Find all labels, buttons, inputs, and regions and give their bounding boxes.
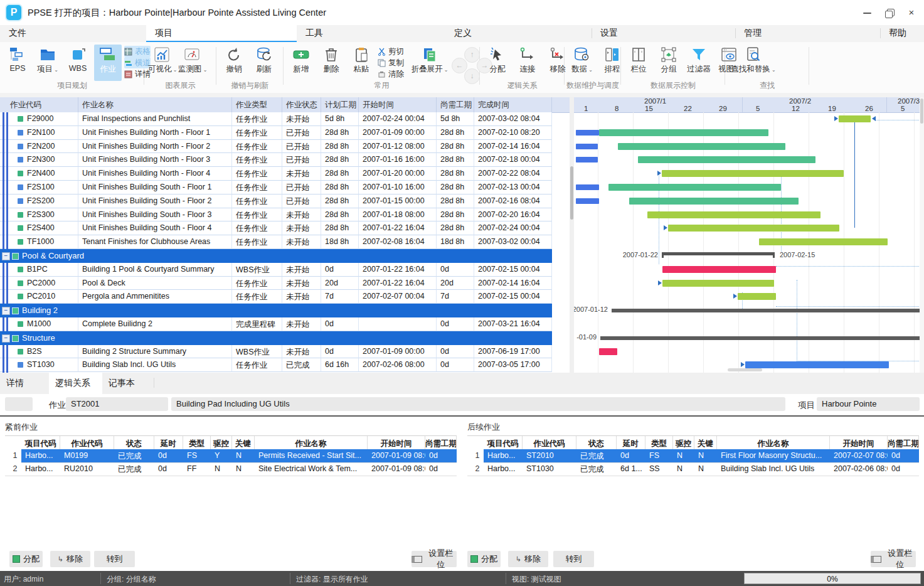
cell-开始时间[interactable]: 2007-01-22 16:04 (359, 277, 437, 290)
table-row[interactable]: M1000Complete Builidng 2完成里程碑未开始0d0d2007… (0, 317, 552, 331)
gantt-bar[interactable] (629, 198, 799, 205)
table-row[interactable]: F2N300Unit Finishes Building North - Flo… (0, 153, 552, 167)
cell-尚需工期[interactable]: 0d (437, 263, 474, 277)
cell-作业名称[interactable]: Building 2 Structure Summary (78, 345, 232, 359)
cell-作业名称[interactable]: Final Inspections and Punchlist (78, 112, 232, 126)
set-columns-left-button[interactable]: 设置栏位 (412, 551, 457, 567)
cell-作业类型[interactable]: 任务作业 (232, 112, 282, 126)
cell-延时[interactable]: 6d 1... (617, 462, 645, 476)
cell-计划工期[interactable]: 0d (321, 317, 359, 331)
column-header-尚需工期[interactable]: 尚需工期 (888, 436, 919, 450)
goto-successor-button[interactable]: 转到 (553, 551, 594, 567)
cell-关键[interactable]: N (232, 449, 255, 462)
column-header-开始时间[interactable]: 开始时间 (359, 97, 437, 112)
table-row[interactable]: F2N200Unit Finishes Building North - Flo… (0, 140, 552, 154)
group-row-Building 2[interactable]: −Building 2 (0, 304, 552, 317)
cell-开始时间[interactable]: 2007-02-06 08:00 (830, 462, 888, 476)
cell-作业名称[interactable]: Unit Finishes Building South - Floor 4 (78, 221, 232, 235)
ribbon-button-EPS[interactable]: EPS (4, 45, 31, 81)
column-header-尚需工期[interactable]: 尚需工期 (425, 436, 457, 450)
cell-作业名称[interactable]: Unit Finishes Building North - Floor 1 (78, 126, 232, 140)
move-up-button[interactable]: ↑ (464, 47, 480, 63)
cell-完成时间[interactable]: 2007-02-24 00:04 (474, 221, 552, 235)
gantt-bar[interactable] (759, 238, 888, 245)
ribbon-button-可视化[interactable]: 可视化 ⌄ (148, 45, 176, 81)
table-row[interactable]: PC2000Pool & Deck任务作业未开始20d2007-01-22 16… (0, 277, 552, 290)
cell-开始时间[interactable]: 2007-01-09 00:00 (359, 126, 437, 140)
cell-作业类型[interactable]: 任务作业 (232, 358, 282, 372)
cell-关键[interactable]: N (232, 462, 255, 476)
cell-作业状态[interactable]: 未开始 (282, 317, 321, 331)
gantt-vertical-scrollbar[interactable] (920, 97, 924, 373)
column-header-项目代码[interactable]: 项目代码 (484, 436, 523, 450)
cell-开始时间[interactable]: 2007-02-08 16:04 (359, 235, 437, 249)
ribbon-button-刷新[interactable]: 刷新 (250, 45, 278, 81)
gantt-bar[interactable] (618, 143, 785, 150)
column-header-驱控[interactable]: 驱控 (673, 436, 694, 450)
menu-item-帮助[interactable]: 帮助 (880, 25, 924, 42)
cell-完成时间[interactable]: 2007-02-16 08:04 (474, 194, 552, 208)
ribbon-button-连接[interactable]: 连接 (514, 45, 541, 81)
cell-作业代码[interactable]: B2S (0, 345, 78, 359)
cell-关键[interactable]: N (694, 449, 717, 462)
ribbon-small-button-剪切[interactable]: 剪切 (378, 46, 404, 57)
cell-作业名称[interactable]: Unit Finishes Building North - Floor 4 (78, 167, 232, 181)
ribbon-small-button-复制[interactable]: 复制 (378, 57, 404, 68)
gantt-bar[interactable] (576, 130, 599, 136)
cell-开始时间[interactable]: 2007-02-07 08:00 (830, 449, 888, 462)
cell-作业代码[interactable]: ST2010 (523, 449, 576, 462)
close-button[interactable]: × (902, 5, 921, 20)
gantt-bar[interactable] (599, 348, 617, 355)
cell-尚需工期[interactable]: 28d 8h (437, 140, 474, 154)
cell-完成时间[interactable]: 2007-02-15 00:04 (474, 263, 552, 277)
cell-作业状态[interactable]: 未开始 (282, 221, 321, 235)
cell-作业名称[interactable]: Unit Finishes Building South - Floor 2 (78, 194, 232, 208)
ribbon-button-作业[interactable]: 作业 (94, 45, 122, 81)
table-row[interactable]: F29000Final Inspections and Punchlist任务作… (0, 112, 552, 126)
cell-作业名称[interactable]: Tenant Finishes for Clubhouse Areas (78, 235, 232, 249)
ribbon-button-过滤器[interactable]: 过滤器 (685, 45, 713, 81)
cell-作业代码[interactable]: F2S200 (0, 194, 78, 208)
cell-尚需工期[interactable]: 28d 8h (437, 208, 474, 222)
cell-作业状态[interactable]: 已开始 (282, 181, 321, 194)
column-header-计划工期[interactable]: 计划工期 (321, 97, 359, 112)
gantt-bar[interactable] (738, 293, 776, 300)
column-header-作业名称[interactable]: 作业名称 (255, 436, 368, 450)
cell-作业类型[interactable]: 任务作业 (232, 153, 282, 167)
column-header-状态[interactable]: 状态 (576, 436, 617, 450)
column-header-作业代码[interactable]: 作业代码 (523, 436, 576, 450)
table-row[interactable]: F2S100Unit Finishes Building South - Flo… (0, 181, 552, 194)
cell-作业类型[interactable]: 完成里程碑 (232, 317, 282, 331)
cell-尚需工期[interactable]: 28d 8h (437, 181, 474, 194)
cell-类型[interactable]: FS (183, 449, 211, 462)
gantt-horizontal-scrollbar-thumb[interactable] (728, 368, 762, 371)
assign-successor-button[interactable]: 分配 (467, 551, 501, 567)
cell-完成时间[interactable]: 2007-02-15 00:04 (474, 290, 552, 304)
column-header-作业代码[interactable]: 作业代码 (0, 97, 78, 112)
set-columns-right-button[interactable]: 设置栏位 (871, 551, 916, 567)
cell-尚需工期[interactable]: 18d 8h (437, 235, 474, 249)
table-row[interactable]: ST1030Building Slab Incl. UG Utils任务作业已完… (0, 358, 552, 372)
remove-predecessor-button[interactable]: ↳移除 (50, 551, 90, 567)
cell-作业代码[interactable]: ST1030 (0, 358, 78, 372)
cell-作业类型[interactable]: 任务作业 (232, 181, 282, 194)
cell-状态[interactable]: 已完成 (576, 449, 617, 462)
activity-name-field[interactable]: Building Pad Including UG Utils (171, 397, 785, 411)
detail-mini-box[interactable] (5, 397, 33, 411)
cell-作业名称[interactable]: Building Slab Incl. UG Utils (78, 358, 232, 372)
ribbon-button-删除[interactable]: 删除 (317, 45, 345, 81)
cell-完成时间[interactable]: 2007-06-19 17:00 (474, 345, 552, 359)
group-row-Structure[interactable]: −Structure (0, 331, 552, 345)
table-row[interactable]: F2N100Unit Finishes Building North - Flo… (0, 126, 552, 140)
cell-作业类型[interactable]: 任务作业 (232, 277, 282, 290)
column-header-作业状态[interactable]: 作业状态 (282, 97, 321, 112)
cell-尚需工期[interactable]: 28d 8h (437, 126, 474, 140)
gantt-bar[interactable] (745, 361, 889, 368)
cell-驱控[interactable]: N (211, 462, 232, 476)
cell-开始时间[interactable]: 2007-01-15 00:00 (359, 194, 437, 208)
cell-尚需工期[interactable]: 0d (425, 462, 457, 476)
cell-作业状态[interactable]: 未开始 (282, 290, 321, 304)
activity-id-field[interactable]: ST2001 (66, 397, 168, 411)
project-name-field[interactable]: Harbour Pointe (817, 397, 920, 411)
cell-作业状态[interactable]: 已开始 (282, 194, 321, 208)
